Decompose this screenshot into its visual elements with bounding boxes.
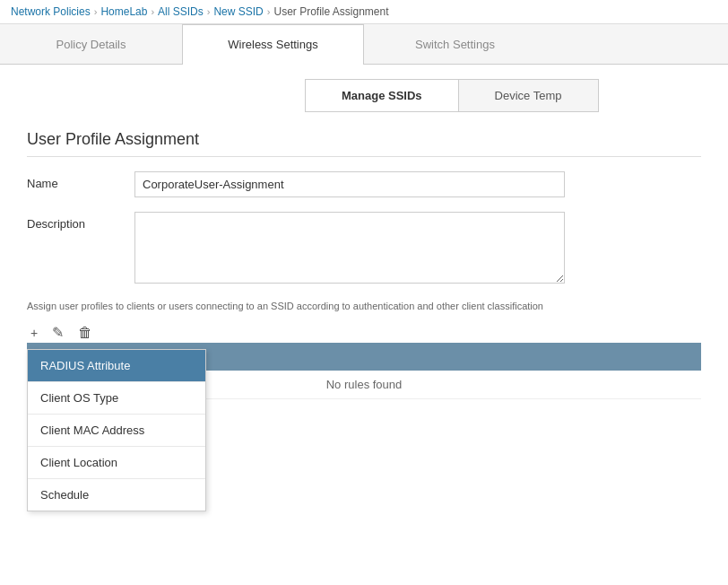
delete-icon: 🗑 bbox=[78, 325, 92, 340]
dropdown-item-client-mac[interactable]: Client MAC Address bbox=[28, 415, 205, 447]
dropdown-item-client-location[interactable]: Client Location bbox=[28, 447, 205, 479]
edit-icon: ✎ bbox=[52, 325, 64, 340]
toolbar: + ✎ 🗑 RADIUS Attribute Client OS Type Cl… bbox=[27, 322, 701, 343]
add-button[interactable]: + bbox=[27, 324, 41, 342]
name-row: Name bbox=[27, 171, 701, 197]
top-tabs: Policy Details Wireless Settings Switch … bbox=[0, 24, 728, 65]
breadcrumb: Network Policies › HomeLab › All SSIDs ›… bbox=[0, 0, 728, 24]
description-input[interactable] bbox=[134, 212, 565, 284]
dropdown-item-radius[interactable]: RADIUS Attribute bbox=[28, 350, 205, 382]
dropdown-item-client-os[interactable]: Client OS Type bbox=[28, 382, 205, 415]
tab-switch-settings[interactable]: Switch Settings bbox=[364, 24, 546, 64]
description-row: Description bbox=[27, 212, 701, 286]
tab-wireless-settings[interactable]: Wireless Settings bbox=[182, 24, 364, 65]
helper-text: Assign user profiles to clients or users… bbox=[27, 301, 701, 311]
breadcrumb-sep-4: › bbox=[267, 6, 271, 17]
breadcrumb-sep-2: › bbox=[151, 6, 154, 17]
breadcrumb-new-ssid[interactable]: New SSID bbox=[213, 5, 263, 18]
dropdown-item-schedule[interactable]: Schedule bbox=[28, 479, 205, 511]
name-input[interactable] bbox=[134, 171, 565, 197]
description-label: Description bbox=[27, 212, 134, 231]
dropdown-menu: RADIUS Attribute Client OS Type Client M… bbox=[27, 349, 206, 511]
delete-button[interactable]: 🗑 bbox=[74, 323, 96, 343]
breadcrumb-homelab[interactable]: HomeLab bbox=[100, 5, 147, 18]
main-content: User Profile Assignment Name Description… bbox=[0, 112, 728, 417]
breadcrumb-sep-3: › bbox=[207, 6, 211, 17]
breadcrumb-current: User Profile Assignment bbox=[273, 5, 388, 18]
tab-more[interactable] bbox=[546, 24, 728, 64]
sub-tab-device-temp[interactable]: Device Temp bbox=[459, 80, 598, 111]
tab-policy-details[interactable]: Policy Details bbox=[0, 24, 182, 64]
page-title: User Profile Assignment bbox=[27, 130, 701, 157]
sub-tabs: Manage SSIDs Device Temp bbox=[305, 79, 599, 112]
sub-tab-manage-ssids[interactable]: Manage SSIDs bbox=[306, 80, 459, 111]
add-icon: + bbox=[30, 326, 38, 340]
name-label: Name bbox=[27, 171, 134, 190]
breadcrumb-all-ssids[interactable]: All SSIDs bbox=[158, 5, 204, 18]
breadcrumb-sep-1: › bbox=[94, 6, 98, 17]
edit-button[interactable]: ✎ bbox=[48, 322, 67, 343]
breadcrumb-network-policies[interactable]: Network Policies bbox=[11, 5, 91, 18]
name-input-wrapper bbox=[134, 171, 565, 197]
description-input-wrapper bbox=[134, 212, 565, 286]
